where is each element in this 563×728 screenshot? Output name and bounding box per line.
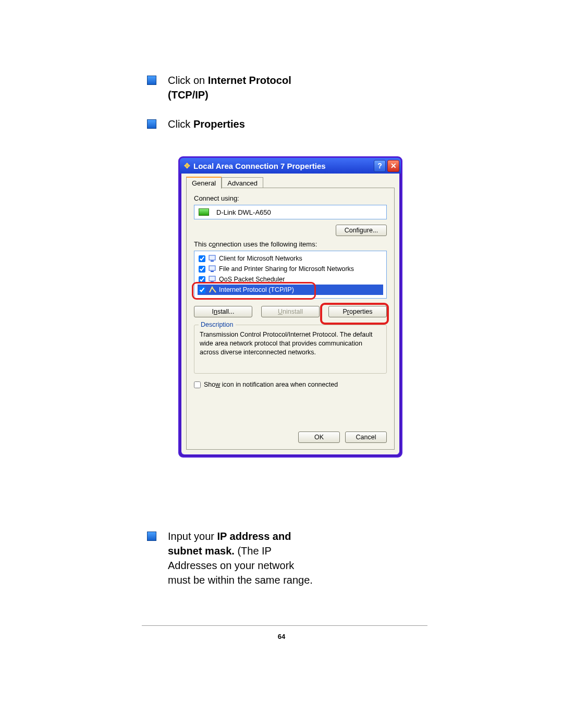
- item-label: QoS Packet Scheduler: [219, 276, 285, 283]
- properties-button[interactable]: Properties: [328, 306, 387, 317]
- bullet-text: Click on Internet Protocol (TCP/IP): [168, 73, 319, 102]
- properties-dialog: ✥ Local Area Connection 7 Properties ? ✕…: [178, 156, 402, 458]
- svg-rect-3: [211, 271, 214, 272]
- document-page: Click on Internet Protocol (TCP/IP) Clic…: [0, 0, 563, 728]
- bullet-item: Click Properties: [147, 117, 418, 131]
- list-item[interactable]: QoS Packet Scheduler: [198, 274, 383, 285]
- tab-general[interactable]: General: [186, 177, 222, 189]
- item-label: Internet Protocol (TCP/IP): [219, 286, 294, 293]
- service-icon: [209, 265, 217, 273]
- adapter-field[interactable]: D-Link DWL-A650: [194, 205, 387, 219]
- client-icon: [209, 255, 217, 262]
- bullet-text-bold: Properties: [193, 118, 245, 130]
- items-button-row: Install... Uninstall Properties: [194, 306, 387, 317]
- item-checkbox[interactable]: [199, 287, 205, 293]
- help-button[interactable]: ?: [374, 160, 386, 172]
- svg-rect-4: [209, 276, 215, 281]
- footer-divider: [142, 625, 427, 626]
- item-checkbox[interactable]: [199, 255, 205, 262]
- protocol-icon: [209, 286, 217, 293]
- connection-items-list[interactable]: Client for Microsoft Networks File and P…: [194, 251, 387, 299]
- svg-rect-0: [209, 255, 215, 260]
- tab-strip: General Advanced: [186, 177, 263, 189]
- dialog-body: General Advanced Connect using: D-Link D…: [181, 174, 399, 454]
- bullet-item: Input your IP address and subnet mask. (…: [147, 529, 418, 587]
- dialog-titlebar[interactable]: ✥ Local Area Connection 7 Properties ? ✕: [180, 158, 401, 174]
- bullet-text-pre: Click on: [168, 75, 208, 86]
- description-group: Description Transmission Control Protoco…: [194, 325, 387, 374]
- bullet-text-pre: Click: [168, 118, 193, 130]
- tab-advanced[interactable]: Advanced: [222, 177, 263, 189]
- cancel-button[interactable]: Cancel: [345, 431, 387, 443]
- show-icon-checkbox[interactable]: [194, 381, 201, 388]
- dialog-title: Local Area Connection 7 Properties: [193, 162, 326, 170]
- item-checkbox[interactable]: [199, 266, 205, 273]
- items-label: This connection uses the following items…: [194, 240, 317, 248]
- list-item[interactable]: Client for Microsoft Networks: [198, 253, 383, 264]
- dialog-footer-buttons: OK Cancel: [298, 431, 387, 443]
- square-bullet-icon: [147, 119, 156, 129]
- svg-rect-5: [211, 281, 214, 282]
- svg-rect-1: [211, 261, 214, 262]
- bullet-list-bottom: Input your IP address and subnet mask. (…: [147, 529, 418, 602]
- window-icon: ✥: [184, 162, 190, 170]
- item-label: Client for Microsoft Networks: [219, 255, 302, 262]
- square-bullet-icon: [147, 532, 156, 541]
- network-adapter-icon: [199, 208, 209, 216]
- bullet-list-top: Click on Internet Protocol (TCP/IP) Clic…: [147, 73, 418, 146]
- bullet-item: Click on Internet Protocol (TCP/IP): [147, 73, 418, 102]
- connect-using-label: Connect using:: [194, 194, 239, 202]
- item-checkbox[interactable]: [199, 276, 205, 283]
- list-item-selected[interactable]: Internet Protocol (TCP/IP): [198, 285, 383, 295]
- svg-rect-2: [209, 266, 215, 270]
- configure-button[interactable]: Configure...: [336, 225, 387, 236]
- install-button[interactable]: Install...: [194, 306, 252, 317]
- show-icon-label: Show icon in notification area when conn…: [204, 381, 338, 388]
- tab-panel-general: Connect using: D-Link DWL-A650 Configure…: [186, 188, 395, 450]
- adapter-name: D-Link DWL-A650: [216, 208, 271, 216]
- service-icon: [209, 276, 217, 283]
- ok-button[interactable]: OK: [298, 431, 340, 443]
- list-item[interactable]: File and Printer Sharing for Microsoft N…: [198, 264, 383, 274]
- item-label: File and Printer Sharing for Microsoft N…: [219, 265, 354, 273]
- description-title: Description: [199, 321, 236, 328]
- bullet-text: Input your IP address and subnet mask. (…: [168, 529, 319, 587]
- uninstall-button[interactable]: Uninstall: [261, 306, 320, 317]
- description-text: Transmission Control Protocol/Internet P…: [200, 330, 381, 357]
- page-number: 64: [0, 633, 563, 640]
- bullet-text-pre: Input your: [168, 530, 217, 542]
- close-button[interactable]: ✕: [387, 160, 399, 172]
- bullet-text: Click Properties: [168, 117, 245, 131]
- square-bullet-icon: [147, 76, 156, 85]
- show-icon-checkbox-row[interactable]: Show icon in notification area when conn…: [194, 381, 338, 388]
